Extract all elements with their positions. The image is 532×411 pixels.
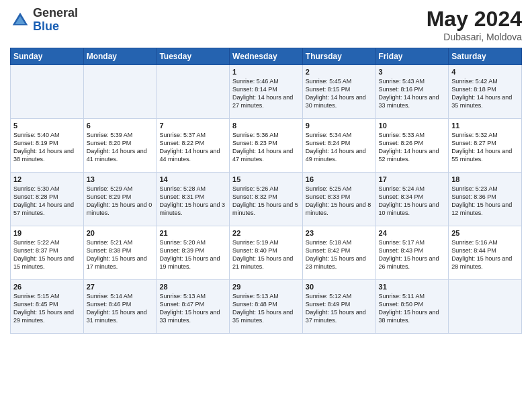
cell-info: Sunrise: 5:37 AM Sunset: 8:22 PM Dayligh… [159, 131, 226, 164]
cell-info: Sunrise: 5:36 AM Sunset: 8:23 PM Dayligh… [232, 131, 300, 164]
cell-info: Sunrise: 5:19 AM Sunset: 8:40 PM Dayligh… [232, 238, 300, 271]
table-row: 31Sunrise: 5:11 AM Sunset: 8:50 PM Dayli… [375, 280, 449, 334]
table-row [157, 65, 230, 119]
table-row: 11Sunrise: 5:32 AM Sunset: 8:27 PM Dayli… [449, 119, 522, 173]
table-row: 22Sunrise: 5:19 AM Sunset: 8:40 PM Dayli… [230, 226, 303, 280]
table-row: 21Sunrise: 5:20 AM Sunset: 8:39 PM Dayli… [157, 226, 230, 280]
cell-info: Sunrise: 5:32 AM Sunset: 8:27 PM Dayligh… [451, 131, 519, 164]
table-row: 12Sunrise: 5:30 AM Sunset: 8:28 PM Dayli… [11, 173, 84, 226]
day-number: 18 [451, 175, 519, 183]
table-row: 30Sunrise: 5:12 AM Sunset: 8:49 PM Dayli… [302, 280, 375, 334]
day-number: 20 [87, 229, 154, 237]
day-number: 4 [451, 68, 519, 76]
day-number: 12 [13, 175, 81, 183]
day-number: 14 [159, 175, 226, 183]
subtitle: Dubasari, Moldova [427, 32, 522, 42]
table-row [11, 65, 84, 119]
table-row [83, 65, 157, 119]
logo-blue: Blue [33, 20, 78, 34]
cell-info: Sunrise: 5:13 AM Sunset: 8:48 PM Dayligh… [232, 292, 300, 325]
cell-info: Sunrise: 5:33 AM Sunset: 8:26 PM Dayligh… [379, 131, 446, 164]
col-saturday: Saturday [449, 48, 522, 65]
logo: General Blue [10, 7, 78, 34]
table-row: 13Sunrise: 5:29 AM Sunset: 8:29 PM Dayli… [83, 173, 157, 226]
day-number: 21 [159, 229, 226, 237]
day-number: 24 [379, 229, 446, 237]
day-number: 15 [232, 175, 300, 183]
cell-info: Sunrise: 5:20 AM Sunset: 8:39 PM Dayligh… [159, 238, 226, 271]
cell-info: Sunrise: 5:16 AM Sunset: 8:44 PM Dayligh… [451, 238, 519, 271]
cell-info: Sunrise: 5:46 AM Sunset: 8:14 PM Dayligh… [232, 77, 300, 110]
table-row: 18Sunrise: 5:23 AM Sunset: 8:36 PM Dayli… [449, 173, 522, 226]
day-number: 2 [306, 68, 373, 76]
table-row: 8Sunrise: 5:36 AM Sunset: 8:23 PM Daylig… [230, 119, 303, 173]
table-row: 17Sunrise: 5:24 AM Sunset: 8:34 PM Dayli… [375, 173, 449, 226]
cell-info: Sunrise: 5:25 AM Sunset: 8:33 PM Dayligh… [306, 185, 373, 218]
table-row: 24Sunrise: 5:17 AM Sunset: 8:43 PM Dayli… [375, 226, 449, 280]
table-row: 16Sunrise: 5:25 AM Sunset: 8:33 PM Dayli… [302, 173, 375, 226]
table-row: 28Sunrise: 5:13 AM Sunset: 8:47 PM Dayli… [157, 280, 230, 334]
cell-info: Sunrise: 5:17 AM Sunset: 8:43 PM Dayligh… [379, 238, 446, 271]
calendar-week-3: 12Sunrise: 5:30 AM Sunset: 8:28 PM Dayli… [11, 173, 522, 226]
cell-info: Sunrise: 5:13 AM Sunset: 8:47 PM Dayligh… [159, 292, 226, 325]
col-thursday: Thursday [302, 48, 375, 65]
day-number: 1 [232, 68, 300, 76]
cell-info: Sunrise: 5:23 AM Sunset: 8:36 PM Dayligh… [451, 185, 519, 218]
day-number: 7 [159, 122, 226, 130]
table-row: 19Sunrise: 5:22 AM Sunset: 8:37 PM Dayli… [11, 226, 84, 280]
day-number: 27 [87, 283, 154, 291]
table-row: 9Sunrise: 5:34 AM Sunset: 8:24 PM Daylig… [302, 119, 375, 173]
calendar-week-4: 19Sunrise: 5:22 AM Sunset: 8:37 PM Dayli… [11, 226, 522, 280]
cell-info: Sunrise: 5:30 AM Sunset: 8:28 PM Dayligh… [13, 185, 81, 218]
table-row [449, 280, 522, 334]
title-block: May 2024 Dubasari, Moldova [427, 7, 522, 42]
col-monday: Monday [83, 48, 157, 65]
logo-icon [10, 10, 30, 30]
cell-info: Sunrise: 5:11 AM Sunset: 8:50 PM Dayligh… [379, 292, 446, 325]
table-row: 14Sunrise: 5:28 AM Sunset: 8:31 PM Dayli… [157, 173, 230, 226]
cell-info: Sunrise: 5:28 AM Sunset: 8:31 PM Dayligh… [159, 185, 226, 218]
cell-info: Sunrise: 5:29 AM Sunset: 8:29 PM Dayligh… [87, 185, 154, 218]
cell-info: Sunrise: 5:45 AM Sunset: 8:15 PM Dayligh… [306, 77, 373, 110]
calendar-week-1: 1Sunrise: 5:46 AM Sunset: 8:14 PM Daylig… [11, 65, 522, 119]
table-row: 20Sunrise: 5:21 AM Sunset: 8:38 PM Dayli… [83, 226, 157, 280]
day-number: 29 [232, 283, 300, 291]
cell-info: Sunrise: 5:15 AM Sunset: 8:45 PM Dayligh… [13, 292, 81, 325]
day-number: 16 [306, 175, 373, 183]
cell-info: Sunrise: 5:34 AM Sunset: 8:24 PM Dayligh… [306, 131, 373, 164]
table-row: 4Sunrise: 5:42 AM Sunset: 8:18 PM Daylig… [449, 65, 522, 119]
table-row: 26Sunrise: 5:15 AM Sunset: 8:45 PM Dayli… [11, 280, 84, 334]
table-row: 3Sunrise: 5:43 AM Sunset: 8:16 PM Daylig… [375, 65, 449, 119]
day-number: 17 [379, 175, 446, 183]
cell-info: Sunrise: 5:43 AM Sunset: 8:16 PM Dayligh… [379, 77, 446, 110]
cell-info: Sunrise: 5:22 AM Sunset: 8:37 PM Dayligh… [13, 238, 81, 271]
day-number: 8 [232, 122, 300, 130]
calendar-body: 1Sunrise: 5:46 AM Sunset: 8:14 PM Daylig… [11, 65, 522, 334]
table-row: 5Sunrise: 5:40 AM Sunset: 8:19 PM Daylig… [11, 119, 84, 173]
cell-info: Sunrise: 5:18 AM Sunset: 8:42 PM Dayligh… [306, 238, 373, 271]
calendar-table: Sunday Monday Tuesday Wednesday Thursday… [10, 48, 522, 334]
calendar-week-2: 5Sunrise: 5:40 AM Sunset: 8:19 PM Daylig… [11, 119, 522, 173]
day-number: 6 [87, 122, 154, 130]
col-friday: Friday [375, 48, 449, 65]
cell-info: Sunrise: 5:14 AM Sunset: 8:46 PM Dayligh… [87, 292, 154, 325]
cell-info: Sunrise: 5:40 AM Sunset: 8:19 PM Dayligh… [13, 131, 81, 164]
calendar-week-5: 26Sunrise: 5:15 AM Sunset: 8:45 PM Dayli… [11, 280, 522, 334]
table-row: 7Sunrise: 5:37 AM Sunset: 8:22 PM Daylig… [157, 119, 230, 173]
table-row: 15Sunrise: 5:26 AM Sunset: 8:32 PM Dayli… [230, 173, 303, 226]
col-tuesday: Tuesday [157, 48, 230, 65]
cell-info: Sunrise: 5:26 AM Sunset: 8:32 PM Dayligh… [232, 185, 300, 218]
day-number: 30 [306, 283, 373, 291]
table-row: 27Sunrise: 5:14 AM Sunset: 8:46 PM Dayli… [83, 280, 157, 334]
logo-general: General [33, 7, 78, 20]
day-number: 31 [379, 283, 446, 291]
day-number: 23 [306, 229, 373, 237]
cell-info: Sunrise: 5:21 AM Sunset: 8:38 PM Dayligh… [87, 238, 154, 271]
day-number: 5 [13, 122, 81, 130]
day-number: 22 [232, 229, 300, 237]
day-number: 28 [159, 283, 226, 291]
day-number: 26 [13, 283, 81, 291]
logo-text: General Blue [33, 7, 78, 34]
day-number: 10 [379, 122, 446, 130]
cell-info: Sunrise: 5:42 AM Sunset: 8:18 PM Dayligh… [451, 77, 519, 110]
